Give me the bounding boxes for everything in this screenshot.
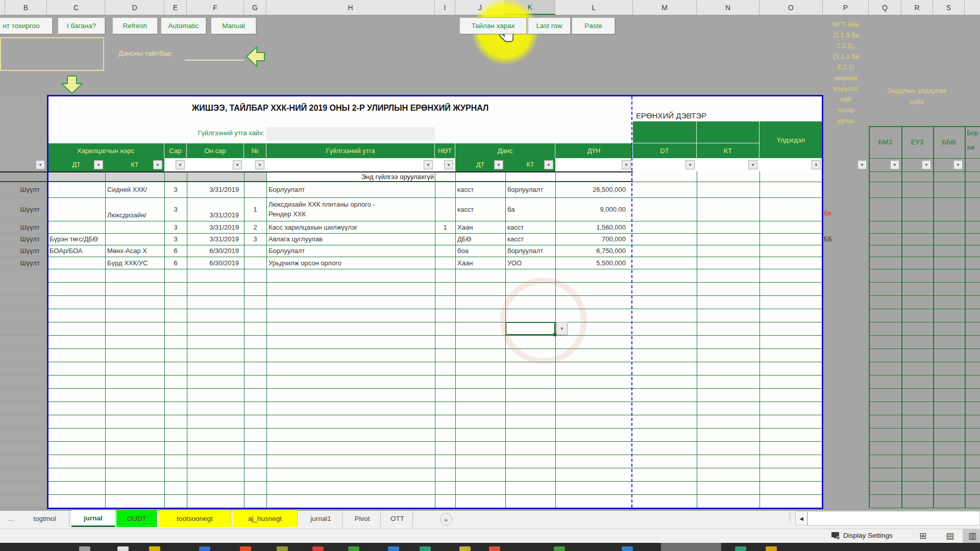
tab-togtmol[interactable]: togtmol xyxy=(20,510,69,527)
gridline-h-right xyxy=(869,269,980,269)
gridline-h-filtercol xyxy=(0,375,47,375)
taskbar-app-icon[interactable] xyxy=(79,546,90,551)
taskbar-app-icon[interactable] xyxy=(199,546,210,551)
gridline-h-filtercol xyxy=(0,494,47,495)
paste-button[interactable]: Paste xyxy=(572,17,615,34)
tab-jurnal1[interactable]: jurnal1 xyxy=(300,510,342,527)
tab-tootsoonegt[interactable]: tootsoonegt xyxy=(159,510,231,527)
gridline-h-filtercol xyxy=(0,348,47,349)
cost-header-БМЗ: БМЗ xyxy=(869,126,901,158)
tab-Pivot[interactable]: Pivot xyxy=(344,510,381,527)
excel-window: BCDEFGHIJKLMNOPQRS Дансны тайлбар: илцаг… xyxy=(0,0,980,551)
manual-button[interactable]: Manual xyxy=(211,17,256,34)
cost-header-t-line: Бор xyxy=(967,129,980,137)
cost-table-filtersep xyxy=(869,171,980,172)
gridline-h-filtercol xyxy=(0,362,47,362)
taskbar-app-icon[interactable] xyxy=(149,546,160,551)
cost-header-ЕУЗ: ЕУЗ xyxy=(901,126,933,158)
taskbar-active-app-highlight xyxy=(661,543,721,551)
gridline-h-right xyxy=(869,428,980,429)
taskbar-app-icon[interactable] xyxy=(622,546,633,551)
taskbar-app-icon[interactable] xyxy=(240,546,251,551)
taskbar-app-icon[interactable] xyxy=(312,546,324,551)
gridline-h-filtercol xyxy=(0,269,47,269)
p-note-line: 2.2.5), xyxy=(823,41,869,50)
taskbar-app-icon[interactable] xyxy=(489,546,500,551)
tab-ajhusnegt[interactable]: aj_husnegt xyxy=(233,510,298,527)
taskbar-app-icon[interactable] xyxy=(735,546,746,551)
row-filter-value: Шүүлт xyxy=(0,233,40,245)
row-filter-value: Шүүлт xyxy=(0,182,40,197)
taskbar-app-icon[interactable] xyxy=(459,546,471,551)
view-grid-icon[interactable]: ⊞ xyxy=(919,531,926,541)
tab-OTT[interactable]: OTT xyxy=(382,510,413,527)
gridline-h-right xyxy=(869,455,980,455)
p-note-line: тохир xyxy=(823,105,869,114)
click-ring-indicator xyxy=(500,278,587,364)
gridline-v-cost xyxy=(869,126,870,508)
gridline-h-filtercol xyxy=(0,402,47,402)
gridline-h-right xyxy=(869,322,980,322)
filter-dropdown-R[interactable]: ▼ xyxy=(922,160,931,169)
print-area-border xyxy=(47,95,823,509)
taskbar-app-icon[interactable] xyxy=(420,546,431,551)
tab-[interactable]: ... xyxy=(3,510,18,527)
cell-c: БОАр/БОА xyxy=(50,245,162,257)
row-filter-value: Шүүлт xyxy=(0,197,40,221)
tab-jurnal[interactable]: jurnal xyxy=(71,510,115,527)
gridline-h-filtercol xyxy=(0,309,47,309)
row-filter-value: Шүүлт xyxy=(0,245,40,257)
gridline-h-filtercol xyxy=(0,468,47,468)
taskbar-app-icon[interactable] xyxy=(117,546,129,551)
cost-table-headsep xyxy=(869,158,980,159)
row-filter-value: Шүүлт xyxy=(0,257,40,269)
gridline-h-right xyxy=(869,348,980,349)
gridline-h-filtercol xyxy=(0,415,47,415)
automatic-button[interactable]: Automatic xyxy=(161,17,206,34)
refresh-button[interactable]: Refresh xyxy=(112,17,158,34)
gridline-h-right xyxy=(869,245,980,245)
red-note: ба xyxy=(824,208,844,217)
cost-header-ББӨ: ББӨ xyxy=(933,126,965,158)
gridline-h-right xyxy=(869,221,980,221)
taskbar-app-icon[interactable] xyxy=(554,546,565,551)
view-report-button[interactable]: Тайлан харах xyxy=(459,17,527,34)
tab-OUDT[interactable]: OUDT xyxy=(116,510,157,527)
gridline-h-right xyxy=(869,441,980,442)
hscrollbar-track[interactable] xyxy=(807,511,980,525)
p-note-line: тийг xyxy=(823,94,869,104)
gridline-v-cost xyxy=(901,126,902,508)
cost-breakdown-line: хийх xyxy=(869,97,965,106)
filter-dropdown-P[interactable]: ▼ xyxy=(857,160,867,169)
filter-dropdown-Q[interactable]: ▼ xyxy=(890,160,899,169)
gridline-h-right xyxy=(869,233,980,234)
gridline-h-filtercol xyxy=(0,455,47,455)
display-settings-label[interactable]: Display Settings xyxy=(843,532,893,539)
view-pagebreak-icon[interactable]: ▥ xyxy=(968,531,976,541)
taskbar-app-icon[interactable] xyxy=(388,546,399,551)
taskbar-app-icon[interactable] xyxy=(348,546,359,551)
filter-dropdown-B[interactable]: ▼ xyxy=(36,160,45,169)
filter-dropdown-S[interactable]: ▼ xyxy=(953,160,963,169)
last-row-button[interactable]: Last row xyxy=(528,17,571,34)
taskbar-app-icon[interactable] xyxy=(766,546,777,551)
gridline-v-cost xyxy=(965,126,966,508)
dark-note: ББ xyxy=(824,234,844,243)
gridline-h-filtercol xyxy=(0,428,47,429)
add-sheet-button[interactable]: + xyxy=(440,513,452,525)
view-normal-icon[interactable]: ▤ xyxy=(946,531,954,541)
gridline-h-right xyxy=(869,481,980,482)
taskbar-app-icon[interactable] xyxy=(277,546,288,551)
config-button[interactable]: нт тохиргоо xyxy=(0,17,53,34)
p-note-line: МГТ-ийн xyxy=(823,19,869,29)
p-note-line: мөрний xyxy=(823,73,869,82)
gridline-h-filtercol xyxy=(0,481,47,482)
gridline-h-right xyxy=(869,415,980,415)
gridline-h-right xyxy=(869,402,980,402)
i-column-button[interactable]: I багана? xyxy=(58,17,105,34)
tabbar-splitter-dots[interactable]: ⋮⋮ xyxy=(787,512,793,521)
gridline-h-filtercol xyxy=(0,508,47,508)
gridline-h-filtercol xyxy=(0,282,47,283)
hscroll-left-button[interactable]: ◀ xyxy=(795,511,807,525)
gridline-h-right xyxy=(869,295,980,296)
